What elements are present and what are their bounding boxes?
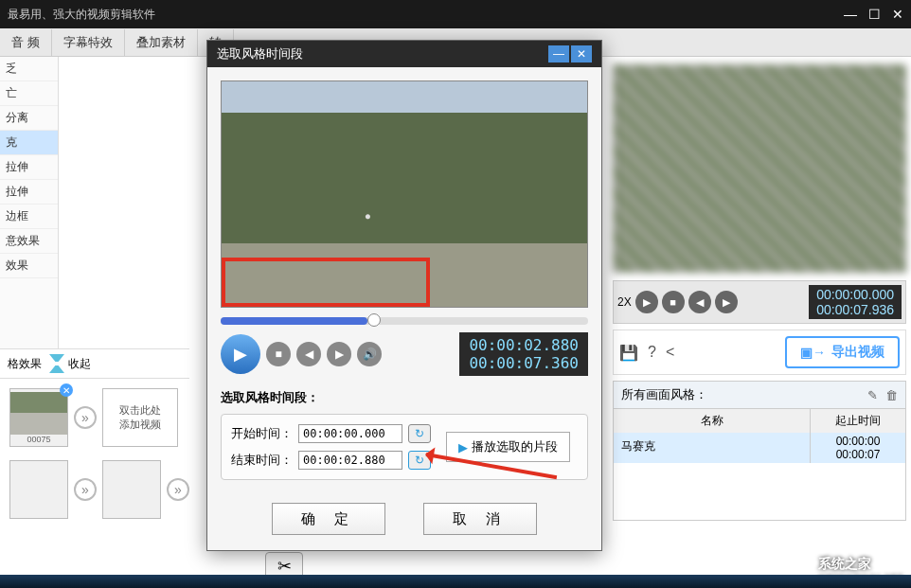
title-bar: 最易用、强大的视频剪辑软件 — ☐ ✕ xyxy=(0,0,911,28)
dialog-minimize-icon[interactable]: — xyxy=(548,45,569,62)
styles-title: 所有画面风格： xyxy=(621,386,707,403)
start-time-input[interactable] xyxy=(298,424,402,443)
prev-frame-icon[interactable]: ◀ xyxy=(688,291,711,313)
play-button[interactable]: ▶ xyxy=(221,334,260,374)
share-icon[interactable]: < xyxy=(666,344,674,361)
col-time: 起止时间 xyxy=(811,409,905,433)
styles-panel: 所有画面风格： ✎ 🗑 名称 起止时间 马赛克 00:00:00 00:00:0… xyxy=(613,381,906,521)
sidebar-item[interactable]: 分离 xyxy=(0,106,58,131)
hourglass-icon xyxy=(49,354,64,373)
tab-subtitle[interactable]: 字幕特效 xyxy=(52,29,125,56)
col-name: 名称 xyxy=(614,409,811,433)
dialog-times: 00:00:02.880 00:00:07.360 xyxy=(459,332,588,376)
refresh-icon: ↻ xyxy=(415,454,424,467)
transition-icon[interactable]: » xyxy=(74,406,97,429)
time-slider[interactable] xyxy=(221,317,588,325)
time-range-dialog: 选取风格时间段 — ✕ ▶ ■ ◀ ▶ 🔊 00:00:02.880 00:00… xyxy=(206,40,602,551)
dialog-preview[interactable] xyxy=(221,80,588,308)
transition-icon[interactable]: » xyxy=(167,478,189,501)
edit-icon[interactable]: ✎ xyxy=(867,388,878,402)
ok-button[interactable]: 确 定 xyxy=(272,503,385,535)
add-clip-placeholder[interactable]: 双击此处 添加视频 xyxy=(102,388,178,447)
empty-slot[interactable] xyxy=(9,460,68,519)
preview-player[interactable] xyxy=(613,64,906,273)
collapse-button[interactable]: 收起 xyxy=(49,354,91,373)
sync-start-button[interactable]: ↻ xyxy=(408,424,431,443)
sidebar-item-mosaic[interactable]: 克 xyxy=(0,131,58,155)
end-time-label: 结束时间： xyxy=(231,452,293,469)
preview-controls: 2X ▶ ■ ◀ ▶ 00:00:00.000 00:00:07.936 xyxy=(613,280,906,324)
empty-slot[interactable] xyxy=(102,460,161,519)
export-icon: ▣→ xyxy=(800,345,826,360)
footer-label: 格效果 xyxy=(8,356,42,372)
highlight-rect xyxy=(222,258,430,307)
speed-label: 2X xyxy=(617,295,632,309)
stop-icon[interactable]: ■ xyxy=(662,291,685,313)
preview-times: 00:00:00.000 00:00:07.936 xyxy=(809,285,902,319)
sidebar-item[interactable]: 亡 xyxy=(0,81,58,106)
clip-label: 00075 xyxy=(27,435,50,444)
sidebar-footer: 格效果 收起 xyxy=(0,348,189,379)
slider-thumb[interactable] xyxy=(367,313,381,327)
play-icon: ▶ xyxy=(458,440,468,454)
save-icon[interactable]: 💾 xyxy=(619,344,638,362)
export-button[interactable]: ▣→ 导出视频 xyxy=(785,336,900,368)
clip-image xyxy=(10,392,67,435)
sidebar-item[interactable]: 乏 xyxy=(0,57,58,81)
tab-overlay[interactable]: 叠加素材 xyxy=(125,29,198,56)
close-icon[interactable]: ✕ xyxy=(892,7,903,22)
app-subtitle: 最易用、强大的视频剪辑软件 xyxy=(8,7,844,23)
end-time-input[interactable] xyxy=(298,451,402,470)
tab-audio[interactable]: 音 频 xyxy=(0,29,52,56)
cancel-button[interactable]: 取 消 xyxy=(423,503,537,535)
style-row[interactable]: 马赛克 00:00:00 00:00:07 xyxy=(614,433,905,463)
refresh-icon: ↻ xyxy=(415,427,424,440)
prev-frame-icon[interactable]: ◀ xyxy=(296,342,321,366)
dialog-title: 选取风格时间段 xyxy=(217,45,303,62)
sync-end-button[interactable]: ↻ xyxy=(408,451,431,470)
sidebar-item[interactable]: 边框 xyxy=(0,205,58,229)
sidebar-item[interactable]: 效果 xyxy=(0,254,58,278)
clip-thumbnail[interactable]: ✕ 00075 xyxy=(9,388,68,447)
help-icon[interactable]: ? xyxy=(648,344,656,361)
next-frame-icon[interactable]: ▶ xyxy=(327,342,351,366)
minimize-icon[interactable]: — xyxy=(844,7,857,22)
transition-icon[interactable]: » xyxy=(74,478,97,501)
dialog-close-icon[interactable]: ✕ xyxy=(571,45,592,62)
start-time-label: 开始时间： xyxy=(231,425,293,442)
section-label: 选取风格时间段： xyxy=(221,389,588,406)
stop-icon[interactable]: ■ xyxy=(266,342,291,366)
volume-icon[interactable]: 🔊 xyxy=(357,342,382,366)
delete-icon[interactable]: 🗑 xyxy=(885,388,898,402)
next-frame-icon[interactable]: ▶ xyxy=(715,291,738,313)
taskbar xyxy=(0,575,911,588)
sidebar-item[interactable]: 拉伸 xyxy=(0,180,58,205)
sidebar-item[interactable]: 意效果 xyxy=(0,229,58,254)
play-icon[interactable]: ▶ xyxy=(635,291,658,313)
sidebar-item[interactable]: 拉伸 xyxy=(0,155,58,180)
maximize-icon[interactable]: ☐ xyxy=(868,7,881,22)
remove-clip-icon[interactable]: ✕ xyxy=(60,383,73,397)
play-segment-button[interactable]: ▶ 播放选取的片段 xyxy=(446,432,570,462)
